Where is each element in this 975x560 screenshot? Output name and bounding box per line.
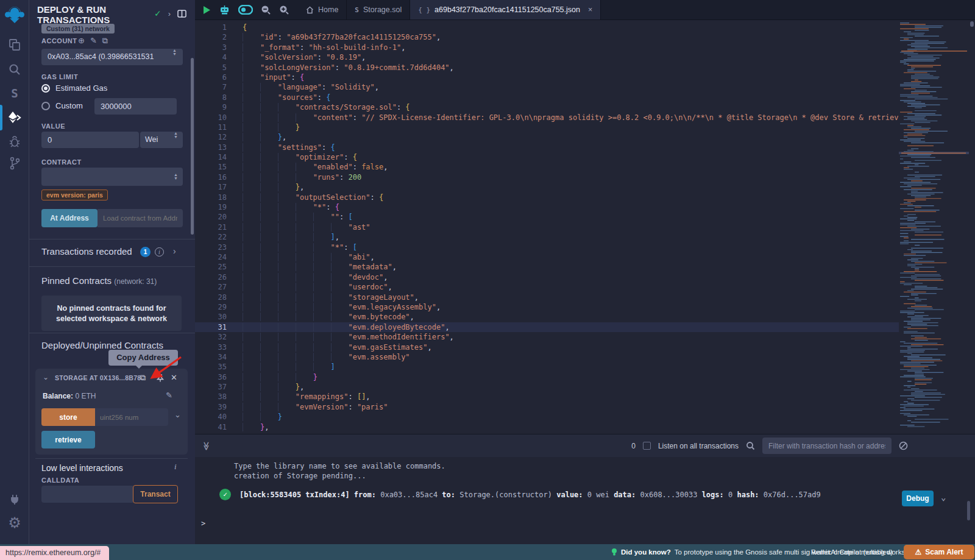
copy-account-icon[interactable]: ⧉: [102, 36, 108, 46]
zoom-in-icon[interactable]: [279, 5, 289, 15]
tab-home[interactable]: Home: [298, 0, 347, 19]
solidity-file-icon: S: [355, 6, 359, 14]
remix-logo-icon[interactable]: [0, 4, 29, 26]
balance-row: Balance: 0 ETH: [43, 392, 96, 400]
edit-account-icon[interactable]: ✎: [90, 36, 97, 46]
custom-gas-radio[interactable]: Custom: [41, 101, 83, 110]
tab-build-info-json[interactable]: { } a69b43f277ba20fcac141151250ca755.jso…: [410, 0, 601, 19]
scam-alert-button[interactable]: ⚠ Scam Alert: [904, 545, 974, 559]
file-explorer-icon[interactable]: [0, 38, 29, 51]
solidity-compiler-icon[interactable]: S: [0, 87, 29, 100]
terminal-line: creation of Storage pending...: [234, 472, 366, 480]
panel-scrollbar[interactable]: [191, 58, 194, 235]
panel-title: DEPLOY & RUN TRANSACTIONS: [37, 4, 147, 25]
at-address-button[interactable]: At Address: [41, 209, 98, 227]
add-account-icon[interactable]: ⊕: [78, 36, 85, 46]
at-address-input[interactable]: [98, 209, 183, 227]
code-line: 30 "evm.bytecode",: [195, 312, 899, 322]
run-script-play-icon[interactable]: [202, 5, 211, 15]
settings-gear-icon[interactable]: ⚙: [0, 514, 29, 531]
pending-tx-count: 0: [631, 442, 636, 450]
search-icon[interactable]: [0, 63, 29, 76]
value-unit-select[interactable]: Wei▲▼: [140, 132, 183, 148]
ai-robot-icon[interactable]: [219, 4, 230, 15]
radio-icon: [41, 102, 50, 110]
editor-area: Home S Storage.sol { } a69b43f277ba20fca…: [195, 0, 975, 544]
tx-log-line[interactable]: [block:5583405 txIndex:4] from: 0xa03...…: [239, 491, 821, 499]
code-line: 36 }: [195, 372, 899, 382]
icon-rail: S ⚙: [0, 0, 29, 544]
remix-ide-window: S ⚙ DEPLOY & RUN TRANSACTIONS ✓ › Custom…: [0, 0, 975, 560]
terminal[interactable]: Type the library name to see available c…: [195, 457, 975, 544]
code-line: 10 "content": "// SPDX-License-Identifie…: [195, 113, 899, 122]
search-icon[interactable]: [746, 441, 755, 450]
value-label: VALUE: [41, 122, 65, 130]
code-line: 6 "input": {: [195, 73, 899, 82]
panel-forward-icon[interactable]: ›: [168, 9, 171, 18]
deploy-run-icon[interactable]: [0, 110, 29, 125]
git-branch-icon[interactable]: [0, 156, 29, 171]
code-line: 3 "_format": "hh-sol-build-info-1",: [195, 43, 899, 52]
filter-input[interactable]: [762, 438, 892, 454]
collapse-terminal-icon[interactable]: ≫: [202, 441, 211, 450]
code-editor[interactable]: 1{2 "id": "a69b43f277ba20fcac141151250ca…: [195, 20, 975, 434]
code-line: 26 "devdoc",: [195, 272, 899, 282]
listen-checkbox[interactable]: [643, 442, 651, 450]
close-tab-icon[interactable]: ×: [588, 5, 592, 14]
terminal-toolbar: ≫ 0 Listen on all transactions: [195, 434, 975, 457]
account-select[interactable]: 0xA03...85ac4 (0.39866531531 ▲▼: [41, 49, 183, 65]
code-line: 34 "evm.assembly": [195, 352, 899, 362]
expand-tx-chevron-icon[interactable]: ⌄: [941, 492, 946, 502]
terminal-scrollbar[interactable]: [967, 501, 970, 520]
store-button[interactable]: store: [41, 408, 95, 426]
editor-scrollbar[interactable]: [970, 21, 974, 27]
code-line: 23 "*": [: [195, 243, 899, 252]
info-icon[interactable]: i: [174, 462, 177, 472]
retrieve-button[interactable]: retrieve: [41, 431, 95, 448]
stepper-icon: ▲▼: [172, 49, 177, 65]
collapse-chevron-icon[interactable]: ⌄: [43, 373, 49, 381]
estimated-gas-radio[interactable]: Estimated Gas: [41, 83, 107, 93]
code-line: 35 ]: [195, 362, 899, 372]
store-arg-input[interactable]: [95, 408, 168, 426]
low-level-title: Low level interactions: [41, 463, 123, 473]
minimap[interactable]: [899, 20, 969, 434]
debug-button[interactable]: Debug: [902, 491, 934, 506]
code-line: 27 "userdoc",: [195, 282, 899, 292]
copilot-status[interactable]: RemixAI Copilot (enabled): [811, 544, 893, 560]
network-badge: Custom (31) network: [41, 24, 115, 34]
red-annotation-arrow: [142, 353, 185, 383]
tab-storage-sol[interactable]: S Storage.sol: [347, 0, 410, 19]
warning-icon: ⚠: [915, 548, 921, 556]
plugin-manager-icon[interactable]: [0, 492, 29, 506]
pin-panel-icon[interactable]: [177, 10, 186, 18]
debugger-icon[interactable]: [0, 135, 29, 148]
terminal-line: Type the library name to see available c…: [234, 462, 445, 470]
code-line: 22 ],: [195, 232, 899, 242]
gas-limit-label: GAS LIMIT: [41, 73, 78, 80]
compile-success-check-icon: ✓: [154, 9, 161, 18]
custom-gas-input[interactable]: [94, 98, 177, 115]
expand-args-chevron-icon[interactable]: ⌄: [174, 410, 181, 419]
code-line: 14 "optimizer": {: [195, 152, 899, 162]
radio-selected-icon: [41, 84, 50, 93]
contract-select[interactable]: ▲▼: [41, 168, 183, 186]
stepper-icon: ▲▼: [174, 132, 178, 148]
copilot-toggle-icon[interactable]: [238, 5, 253, 15]
zoom-out-icon[interactable]: [261, 5, 271, 15]
code-line: 33 "evm.gasEstimates",: [195, 342, 899, 352]
contract-label: CONTRACT: [41, 158, 82, 166]
value-input[interactable]: [41, 132, 139, 148]
tx-success-check-icon: ✓: [219, 489, 231, 500]
info-icon[interactable]: i: [155, 247, 164, 257]
code-line: 11 }: [195, 122, 899, 132]
edit-balance-icon[interactable]: ✎: [166, 391, 172, 400]
code-line: 31 "evm.deployedBytecode",: [195, 322, 899, 332]
contract-instance-label[interactable]: STORAGE AT 0X136...8B78: [55, 374, 141, 381]
clear-console-icon[interactable]: [899, 441, 908, 450]
expand-transactions-icon[interactable]: ›: [173, 246, 176, 256]
transactions-recorded-title[interactable]: Transactions recorded: [41, 246, 132, 257]
calldata-input[interactable]: [41, 486, 133, 503]
code-line: 20 "": [: [195, 212, 899, 222]
transact-button[interactable]: Transact: [133, 485, 178, 503]
